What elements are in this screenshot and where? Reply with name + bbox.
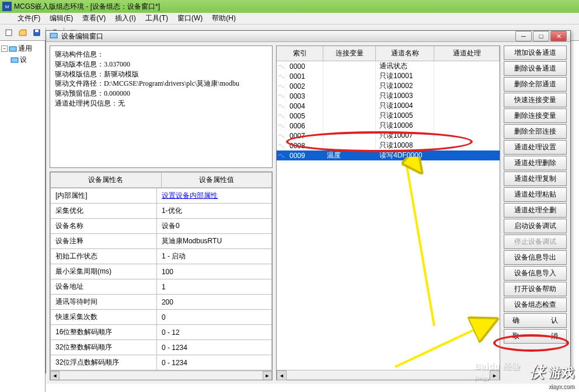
prop-name[interactable]: 设备名称: [51, 219, 157, 234]
prop-name[interactable]: 初始工作状态: [51, 249, 157, 264]
channel-name: 只读10007: [376, 131, 434, 141]
prop-name[interactable]: [内部属性]: [51, 188, 157, 204]
prop-value[interactable]: 莫迪康ModbusRTU: [156, 234, 271, 249]
prop-name[interactable]: 设备注释: [51, 234, 157, 249]
prop-name[interactable]: 快速采集次数: [51, 310, 157, 325]
btn-ok[interactable]: 确 认: [504, 313, 567, 328]
channel-table: 索引 连接变量 通道名称 通道处理 0000通讯状态0001只读10001000…: [276, 46, 500, 380]
prop-value[interactable]: 0 - 1234: [156, 340, 271, 355]
btn-proc-copy[interactable]: 通道处理复制: [504, 172, 567, 186]
channel-hscroll[interactable]: ◄ ►: [277, 370, 500, 380]
tree-collapse-icon[interactable]: −: [1, 46, 8, 52]
menu-file[interactable]: 文件(F): [13, 12, 45, 24]
channel-proc: [434, 141, 500, 150]
info-line: 驱动构件信息：: [55, 50, 267, 60]
dialog-icon: [50, 32, 59, 41]
ch-header-index[interactable]: 索引: [277, 46, 323, 61]
btn-info-import[interactable]: 设备信息导入: [504, 266, 567, 281]
channel-row[interactable]: 0002只读10002: [277, 81, 500, 91]
ch-header-name[interactable]: 通道名称: [376, 46, 434, 61]
btn-proc-del[interactable]: 通道处理删除: [504, 156, 567, 170]
prop-value[interactable]: 1-优化: [156, 204, 271, 219]
menu-tools[interactable]: 工具(T): [141, 12, 173, 24]
scroll-left-icon[interactable]: ◄: [50, 371, 60, 380]
btn-ok-l: 确: [512, 316, 519, 326]
prop-name[interactable]: 采集优化: [51, 204, 157, 219]
prop-value[interactable]: 1 - 启动: [156, 249, 271, 264]
scroll-left-icon[interactable]: ◄: [277, 370, 287, 380]
channel-var: [323, 81, 376, 91]
prop-name[interactable]: 最小采集周期(ms): [51, 264, 157, 279]
channel-icon: [277, 71, 286, 81]
tree-panel: − 通用 设: [0, 41, 46, 392]
prop-value[interactable]: 100: [156, 264, 271, 279]
btn-open-help[interactable]: 打开设备帮助: [504, 282, 567, 296]
btn-check[interactable]: 设备组态检查: [504, 298, 567, 312]
menu-edit[interactable]: 编辑(E): [45, 12, 78, 24]
prop-header-value[interactable]: 设备属性值: [161, 173, 272, 188]
prop-value[interactable]: 0: [156, 310, 271, 325]
prop-value[interactable]: 200: [156, 295, 271, 310]
dialog-max-button[interactable]: □: [533, 31, 549, 41]
menu-bar: 文件(F) 编辑(E) 查看(V) 插入(I) 工具(T) 窗口(W) 帮助(H…: [0, 13, 579, 24]
info-line: 驱动文件路径：D:\MCGSE\Program\drivers\plc\莫迪康\…: [55, 79, 267, 89]
tool-new[interactable]: [2, 26, 15, 39]
btn-cancel[interactable]: 取 消: [504, 329, 567, 344]
channel-row[interactable]: 0004只读10004: [277, 101, 500, 111]
btn-quick-link[interactable]: 快速连接变量: [504, 93, 567, 107]
btn-proc-all[interactable]: 通道处理全删: [504, 203, 567, 218]
channel-icon: [277, 141, 286, 150]
prop-name[interactable]: 设备地址: [51, 279, 157, 295]
dialog-close-button[interactable]: ✕: [550, 31, 567, 41]
btn-stop-debug: 停止设备调试: [504, 235, 567, 249]
channel-index: 0001: [286, 71, 323, 81]
btn-del-all-link[interactable]: 删除全部连接: [504, 124, 567, 139]
btn-del-channel[interactable]: 删除设备通道: [504, 61, 567, 76]
scroll-right-icon[interactable]: ►: [263, 371, 272, 380]
scroll-right-icon[interactable]: ►: [490, 370, 500, 380]
prop-value[interactable]: 设备0: [156, 219, 271, 234]
menu-window[interactable]: 窗口(W): [173, 12, 207, 24]
channel-row[interactable]: 0003只读10003: [277, 91, 500, 101]
tree-child[interactable]: 设: [1, 54, 44, 65]
btn-info-export[interactable]: 设备信息导出: [504, 250, 567, 265]
channel-index: 0005: [286, 111, 323, 121]
btn-del-link[interactable]: 删除连接变量: [504, 108, 567, 123]
channel-row[interactable]: 0005只读10005: [277, 111, 500, 121]
channel-row[interactable]: 0007只读10007: [277, 131, 500, 141]
channel-row[interactable]: 0000通讯状态: [277, 61, 500, 71]
dialog-min-button[interactable]: ─: [515, 31, 532, 41]
channel-row[interactable]: 0006只读10006: [277, 121, 500, 131]
prop-header-name[interactable]: 设备属性名: [51, 173, 162, 188]
prop-name[interactable]: 16位整数解码顺序: [51, 325, 157, 340]
menu-view[interactable]: 查看(V): [78, 12, 110, 24]
ch-header-var[interactable]: 连接变量: [323, 46, 376, 61]
btn-del-all-channel[interactable]: 删除全部通道: [504, 77, 567, 92]
prop-value[interactable]: 0 - 12: [156, 325, 271, 340]
ch-header-proc[interactable]: 通道处理: [434, 46, 500, 61]
tool-save[interactable]: [30, 26, 43, 39]
menu-insert[interactable]: 插入(I): [110, 12, 140, 24]
prop-name[interactable]: 32位整数解码顺序: [51, 340, 157, 355]
channel-row[interactable]: 0001只读10001: [277, 71, 500, 81]
svg-rect-5: [9, 47, 16, 51]
btn-proc-set[interactable]: 通道处理设置: [504, 140, 567, 155]
channel-row[interactable]: 0008只读10008: [277, 141, 500, 150]
btn-add-channel[interactable]: 增加设备通道: [504, 46, 567, 60]
btn-cancel-l: 取: [512, 331, 519, 341]
prop-value[interactable]: 0 - 1234: [156, 355, 271, 370]
btn-start-debug[interactable]: 启动设备调试: [504, 219, 567, 233]
channel-row[interactable]: 0009温度读写4DF0000: [277, 150, 500, 160]
prop-hscroll[interactable]: ◄ ►: [50, 370, 272, 380]
tree-root[interactable]: − 通用: [1, 43, 44, 54]
dialog-titlebar[interactable]: 设备编辑窗口 ─ □ ✕: [46, 31, 570, 42]
prop-name[interactable]: 32位浮点数解码顺序: [51, 355, 157, 370]
channel-icon: [277, 101, 286, 111]
prop-value[interactable]: 1: [156, 279, 271, 295]
prop-name[interactable]: 通讯等待时间: [51, 295, 157, 310]
menu-help[interactable]: 帮助(H): [207, 12, 240, 24]
channel-index: 0007: [286, 131, 323, 141]
btn-proc-paste[interactable]: 通道处理粘贴: [504, 187, 567, 202]
prop-value[interactable]: 设置设备内部属性: [156, 188, 271, 204]
tool-open[interactable]: [16, 26, 29, 39]
